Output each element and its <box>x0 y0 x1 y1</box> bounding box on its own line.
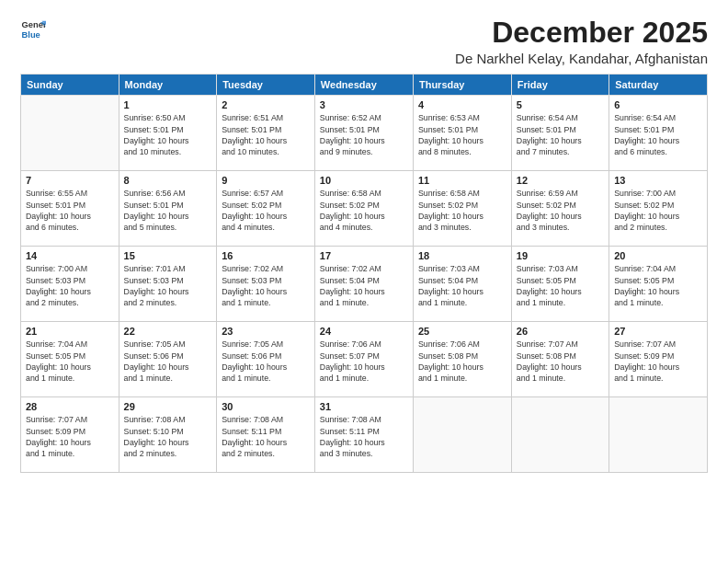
day-info: Sunrise: 7:08 AMSunset: 5:10 PMDaylight:… <box>124 414 212 459</box>
day-info: Sunrise: 7:03 AMSunset: 5:05 PMDaylight:… <box>517 263 604 308</box>
day-info: Sunrise: 7:07 AMSunset: 5:09 PMDaylight:… <box>26 414 114 459</box>
day-info: Sunrise: 6:50 AMSunset: 5:01 PMDaylight:… <box>124 112 212 157</box>
calendar-cell: 8Sunrise: 6:56 AMSunset: 5:01 PMDaylight… <box>119 171 217 247</box>
day-info: Sunrise: 7:02 AMSunset: 5:04 PMDaylight:… <box>320 263 408 308</box>
day-info: Sunrise: 7:05 AMSunset: 5:06 PMDaylight:… <box>124 339 212 384</box>
day-number: 10 <box>320 175 408 186</box>
day-number: 27 <box>614 326 702 337</box>
calendar-cell: 18Sunrise: 7:03 AMSunset: 5:04 PMDayligh… <box>413 247 511 322</box>
calendar-cell: 5Sunrise: 6:54 AMSunset: 5:01 PMDaylight… <box>511 96 609 171</box>
day-number: 24 <box>320 326 408 337</box>
title-block: December 2025 De Narkhel Kelay, Kandahar… <box>455 17 708 66</box>
month-title: December 2025 <box>455 17 708 49</box>
day-number: 8 <box>124 175 212 186</box>
day-number: 22 <box>124 326 212 337</box>
day-number: 6 <box>614 99 702 110</box>
day-info: Sunrise: 7:00 AMSunset: 5:02 PMDaylight:… <box>614 188 702 233</box>
day-info: Sunrise: 7:04 AMSunset: 5:05 PMDaylight:… <box>26 339 114 384</box>
week-row-2: 7Sunrise: 6:55 AMSunset: 5:01 PMDaylight… <box>21 171 708 247</box>
day-info: Sunrise: 7:04 AMSunset: 5:05 PMDaylight:… <box>614 263 702 308</box>
calendar-cell: 27Sunrise: 7:07 AMSunset: 5:09 PMDayligh… <box>609 322 708 397</box>
calendar-cell: 9Sunrise: 6:57 AMSunset: 5:02 PMDaylight… <box>217 171 315 247</box>
calendar-cell: 2Sunrise: 6:51 AMSunset: 5:01 PMDaylight… <box>217 96 315 171</box>
day-number: 4 <box>418 99 506 110</box>
day-info: Sunrise: 7:00 AMSunset: 5:03 PMDaylight:… <box>26 263 114 308</box>
week-row-4: 21Sunrise: 7:04 AMSunset: 5:05 PMDayligh… <box>21 322 708 397</box>
day-number: 1 <box>124 99 212 110</box>
day-number: 11 <box>418 175 506 186</box>
day-number: 29 <box>124 401 212 412</box>
day-info: Sunrise: 7:08 AMSunset: 5:11 PMDaylight:… <box>222 414 310 459</box>
calendar-cell: 21Sunrise: 7:04 AMSunset: 5:05 PMDayligh… <box>21 322 119 397</box>
day-info: Sunrise: 6:59 AMSunset: 5:02 PMDaylight:… <box>517 188 604 233</box>
calendar-cell: 10Sunrise: 6:58 AMSunset: 5:02 PMDayligh… <box>314 171 413 247</box>
header: General Blue December 2025 De Narkhel Ke… <box>20 17 708 66</box>
day-number: 9 <box>222 175 310 186</box>
calendar-cell: 25Sunrise: 7:06 AMSunset: 5:08 PMDayligh… <box>413 322 511 397</box>
calendar-cell: 19Sunrise: 7:03 AMSunset: 5:05 PMDayligh… <box>511 247 609 322</box>
calendar-cell: 17Sunrise: 7:02 AMSunset: 5:04 PMDayligh… <box>314 247 413 322</box>
location-title: De Narkhel Kelay, Kandahar, Afghanistan <box>455 51 708 66</box>
day-number: 14 <box>26 250 114 261</box>
svg-text:Blue: Blue <box>22 30 40 40</box>
day-number: 26 <box>517 326 604 337</box>
day-info: Sunrise: 7:03 AMSunset: 5:04 PMDaylight:… <box>418 263 506 308</box>
day-number: 7 <box>26 175 114 186</box>
weekday-header-sunday: Sunday <box>21 75 119 96</box>
day-number: 2 <box>222 99 310 110</box>
day-number: 15 <box>124 250 212 261</box>
day-number: 12 <box>517 175 604 186</box>
day-number: 20 <box>614 250 702 261</box>
day-info: Sunrise: 7:06 AMSunset: 5:08 PMDaylight:… <box>418 339 506 384</box>
day-number: 30 <box>222 401 310 412</box>
day-number: 25 <box>418 326 506 337</box>
calendar-cell: 1Sunrise: 6:50 AMSunset: 5:01 PMDaylight… <box>119 96 217 171</box>
day-info: Sunrise: 7:07 AMSunset: 5:09 PMDaylight:… <box>614 339 702 384</box>
week-row-1: 1Sunrise: 6:50 AMSunset: 5:01 PMDaylight… <box>21 96 708 171</box>
calendar-cell: 11Sunrise: 6:58 AMSunset: 5:02 PMDayligh… <box>413 171 511 247</box>
day-info: Sunrise: 7:01 AMSunset: 5:03 PMDaylight:… <box>124 263 212 308</box>
day-info: Sunrise: 7:05 AMSunset: 5:06 PMDaylight:… <box>222 339 310 384</box>
day-info: Sunrise: 6:54 AMSunset: 5:01 PMDaylight:… <box>517 112 604 157</box>
calendar-cell: 30Sunrise: 7:08 AMSunset: 5:11 PMDayligh… <box>217 397 315 473</box>
day-info: Sunrise: 7:02 AMSunset: 5:03 PMDaylight:… <box>222 263 310 308</box>
calendar-cell: 26Sunrise: 7:07 AMSunset: 5:08 PMDayligh… <box>511 322 609 397</box>
day-info: Sunrise: 6:55 AMSunset: 5:01 PMDaylight:… <box>26 188 114 233</box>
weekday-header-saturday: Saturday <box>609 75 708 96</box>
day-number: 5 <box>517 99 604 110</box>
calendar-cell: 3Sunrise: 6:52 AMSunset: 5:01 PMDaylight… <box>314 96 413 171</box>
day-info: Sunrise: 6:53 AMSunset: 5:01 PMDaylight:… <box>418 112 506 157</box>
calendar-cell: 12Sunrise: 6:59 AMSunset: 5:02 PMDayligh… <box>511 171 609 247</box>
calendar-cell: 28Sunrise: 7:07 AMSunset: 5:09 PMDayligh… <box>21 397 119 473</box>
calendar-cell: 15Sunrise: 7:01 AMSunset: 5:03 PMDayligh… <box>119 247 217 322</box>
calendar-cell: 6Sunrise: 6:54 AMSunset: 5:01 PMDaylight… <box>609 96 708 171</box>
calendar-cell <box>511 397 609 473</box>
day-info: Sunrise: 7:08 AMSunset: 5:11 PMDaylight:… <box>320 414 408 459</box>
calendar-cell: 22Sunrise: 7:05 AMSunset: 5:06 PMDayligh… <box>119 322 217 397</box>
calendar-cell: 20Sunrise: 7:04 AMSunset: 5:05 PMDayligh… <box>609 247 708 322</box>
calendar-cell: 31Sunrise: 7:08 AMSunset: 5:11 PMDayligh… <box>314 397 413 473</box>
day-info: Sunrise: 7:07 AMSunset: 5:08 PMDaylight:… <box>517 339 604 384</box>
day-number: 3 <box>320 99 408 110</box>
day-info: Sunrise: 6:58 AMSunset: 5:02 PMDaylight:… <box>418 188 506 233</box>
day-number: 31 <box>320 401 408 412</box>
calendar-cell <box>21 96 119 171</box>
calendar-cell: 29Sunrise: 7:08 AMSunset: 5:10 PMDayligh… <box>119 397 217 473</box>
day-number: 23 <box>222 326 310 337</box>
day-info: Sunrise: 6:52 AMSunset: 5:01 PMDaylight:… <box>320 112 408 157</box>
day-number: 28 <box>26 401 114 412</box>
weekday-header-monday: Monday <box>119 75 217 96</box>
day-number: 21 <box>26 326 114 337</box>
day-info: Sunrise: 6:54 AMSunset: 5:01 PMDaylight:… <box>614 112 702 157</box>
calendar-table: SundayMondayTuesdayWednesdayThursdayFrid… <box>20 74 708 473</box>
weekday-header-row: SundayMondayTuesdayWednesdayThursdayFrid… <box>21 75 708 96</box>
logo: General Blue <box>20 17 46 42</box>
weekday-header-friday: Friday <box>511 75 609 96</box>
day-info: Sunrise: 7:06 AMSunset: 5:07 PMDaylight:… <box>320 339 408 384</box>
weekday-header-thursday: Thursday <box>413 75 511 96</box>
day-number: 13 <box>614 175 702 186</box>
calendar-cell: 24Sunrise: 7:06 AMSunset: 5:07 PMDayligh… <box>314 322 413 397</box>
day-info: Sunrise: 6:56 AMSunset: 5:01 PMDaylight:… <box>124 188 212 233</box>
logo-icon: General Blue <box>20 17 46 42</box>
calendar-cell: 16Sunrise: 7:02 AMSunset: 5:03 PMDayligh… <box>217 247 315 322</box>
